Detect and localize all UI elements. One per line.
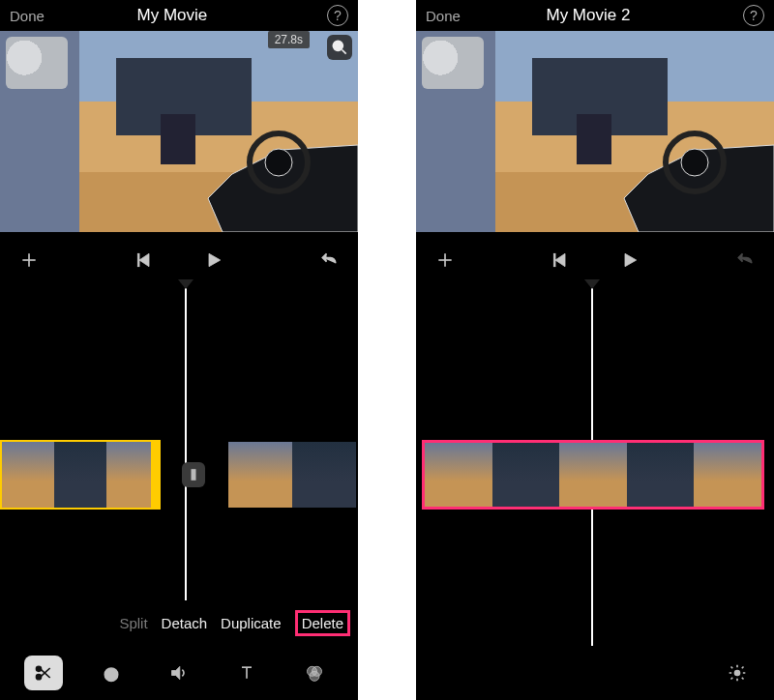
svg-rect-9 — [137, 253, 139, 266]
clip-row — [0, 437, 358, 512]
imovie-editor-right: Done My Movie 2 ? — [416, 0, 774, 700]
svg-rect-11 — [192, 470, 194, 480]
delete-action[interactable]: Delete — [295, 610, 350, 636]
video-preview[interactable] — [416, 31, 774, 232]
svg-point-1 — [265, 149, 292, 176]
timeline-clip[interactable] — [226, 440, 358, 510]
svg-point-12 — [37, 666, 42, 671]
play-button[interactable] — [618, 248, 641, 272]
svg-point-25 — [681, 149, 708, 176]
undo-button[interactable] — [317, 248, 341, 272]
edit-toolbar — [416, 646, 774, 700]
svg-point-13 — [37, 675, 42, 680]
help-icon[interactable]: ? — [327, 5, 348, 26]
play-button[interactable] — [202, 248, 225, 272]
add-media-button[interactable] — [17, 248, 41, 272]
help-icon[interactable]: ? — [743, 5, 764, 26]
project-title: My Movie 2 — [433, 6, 743, 25]
undo-button — [733, 248, 757, 272]
settings-gear-icon[interactable] — [718, 656, 757, 690]
transition-chip[interactable] — [182, 462, 205, 487]
imovie-editor-left: Done My Movie ? 27.8s — [0, 0, 358, 700]
video-preview[interactable]: 27.8s — [0, 31, 358, 232]
svg-marker-28 — [555, 253, 565, 266]
svg-rect-29 — [553, 253, 555, 266]
detach-action[interactable]: Detach — [162, 615, 208, 631]
svg-line-15 — [42, 668, 50, 676]
add-media-button[interactable] — [433, 248, 457, 272]
timeline[interactable] — [416, 288, 774, 646]
preview-content — [416, 31, 774, 232]
svg-point-31 — [735, 671, 740, 676]
filters-tool[interactable] — [295, 656, 334, 690]
scissors-tool[interactable] — [24, 656, 63, 690]
svg-point-23 — [310, 671, 319, 681]
header: Done My Movie 2 ? — [416, 0, 774, 31]
preview-content — [0, 31, 358, 232]
zoom-icon[interactable] — [327, 35, 352, 60]
edit-toolbar — [0, 646, 358, 700]
skip-back-button[interactable] — [133, 248, 156, 272]
timeline-clip[interactable] — [0, 440, 161, 510]
weapon-overlay — [164, 116, 358, 232]
svg-marker-10 — [209, 253, 221, 266]
clip-action-menu: Split Detach Duplicate Delete — [115, 600, 354, 646]
svg-marker-18 — [172, 666, 180, 679]
timeline[interactable]: Split Detach Duplicate Delete — [0, 288, 358, 646]
time-remaining-badge: 27.8s — [268, 31, 310, 48]
duplicate-action[interactable]: Duplicate — [221, 615, 282, 631]
project-title: My Movie — [17, 6, 327, 25]
volume-tool[interactable] — [160, 656, 198, 690]
weapon-overlay — [580, 116, 774, 232]
split-action[interactable]: Split — [119, 615, 147, 631]
speed-tool[interactable] — [92, 656, 131, 690]
svg-marker-30 — [625, 253, 637, 266]
clip-row — [416, 437, 774, 512]
svg-line-14 — [42, 670, 50, 678]
skip-back-button[interactable] — [549, 248, 572, 272]
svg-line-3 — [342, 50, 346, 54]
header: Done My Movie ? — [0, 0, 358, 31]
titles-tool[interactable] — [227, 656, 266, 690]
svg-marker-8 — [139, 253, 149, 266]
timeline-clip-highlighted[interactable] — [422, 440, 764, 510]
